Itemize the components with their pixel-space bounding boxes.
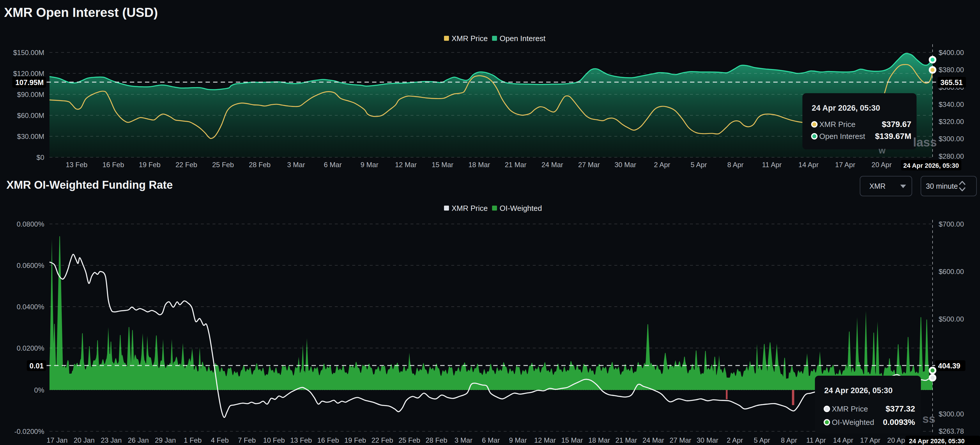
svg-text:29 Jan: 29 Jan [155,436,176,444]
svg-text:2 Apr: 2 Apr [727,436,743,444]
svg-text:0.0093%: 0.0093% [883,418,915,427]
svg-text:24 Apr 2026, 05:30: 24 Apr 2026, 05:30 [903,162,959,169]
svg-text:$320.00: $320.00 [939,118,964,126]
svg-text:6 Mar: 6 Mar [482,436,500,444]
svg-text:20 Apr: 20 Apr [872,161,891,169]
svg-text:18 Mar: 18 Mar [589,436,610,444]
svg-text:107.95M: 107.95M [16,78,44,86]
svg-text:24 Mar: 24 Mar [541,161,563,169]
svg-text:XMR Price: XMR Price [819,120,855,129]
svg-text:27 Mar: 27 Mar [670,436,692,444]
svg-text:5 Apr: 5 Apr [690,161,707,169]
svg-text:22 Feb: 22 Feb [175,161,197,169]
svg-text:XMR Price: XMR Price [452,34,488,43]
svg-text:$120.00M: $120.00M [13,70,44,78]
svg-text:$379.67: $379.67 [882,120,911,129]
svg-text:21 Mar: 21 Mar [505,161,527,169]
svg-text:$280.00: $280.00 [939,152,964,160]
svg-text:15 Mar: 15 Mar [561,436,583,444]
svg-text:0.0600%: 0.0600% [17,262,44,270]
svg-text:XMR Price: XMR Price [452,204,488,212]
svg-text:4 Feb: 4 Feb [211,436,229,444]
svg-text:$150.00M: $150.00M [13,49,44,56]
svg-text:XMR: XMR [869,182,886,190]
svg-text:30 Mar: 30 Mar [615,161,636,169]
svg-text:24 Apr 2026, 05:30: 24 Apr 2026, 05:30 [909,437,964,445]
svg-text:28 Feb: 28 Feb [249,161,271,169]
svg-text:0.0200%: 0.0200% [17,344,44,352]
svg-text:-0.0200%: -0.0200% [14,427,44,435]
svg-text:$700.00: $700.00 [939,220,964,228]
svg-text:16 Feb: 16 Feb [102,161,124,169]
svg-text:19 Feb: 19 Feb [344,436,366,444]
svg-text:lass: lass [913,136,937,149]
svg-text:1 Feb: 1 Feb [184,436,202,444]
svg-text:17 Apr: 17 Apr [835,161,855,169]
svg-text:$300.00: $300.00 [939,135,964,143]
svg-text:3 Mar: 3 Mar [287,161,305,169]
svg-text:Open Interest: Open Interest [819,132,865,141]
svg-text:25 Feb: 25 Feb [399,436,420,444]
svg-text:5 Apr: 5 Apr [754,436,770,444]
svg-text:$500.00: $500.00 [939,315,964,323]
svg-text:17 Jan: 17 Jan [46,436,68,444]
svg-text:Open Interest: Open Interest [500,34,546,43]
svg-text:$400.00: $400.00 [939,49,964,56]
svg-text:23 Jan: 23 Jan [101,436,122,444]
svg-text:8 Apr: 8 Apr [727,161,744,169]
svg-text:9 Mar: 9 Mar [360,161,378,169]
svg-text:2 Apr: 2 Apr [654,161,670,169]
svg-text:10 Feb: 10 Feb [263,436,285,444]
svg-text:XMR Open Interest (USD): XMR Open Interest (USD) [4,5,158,19]
svg-text:24 Apr 2026, 05:30: 24 Apr 2026, 05:30 [824,386,892,395]
svg-text:0.01: 0.01 [29,362,44,370]
svg-text:13 Feb: 13 Feb [66,161,88,169]
svg-text:12 Mar: 12 Mar [534,436,556,444]
svg-text:22 Feb: 22 Feb [372,436,393,444]
svg-text:$30.00M: $30.00M [17,132,44,140]
svg-text:$380.00: $380.00 [939,66,964,74]
svg-text:w: w [878,146,886,155]
svg-text:$60.00M: $60.00M [17,112,44,120]
svg-text:$340.00: $340.00 [939,100,964,108]
svg-text:30 Mar: 30 Mar [697,436,719,444]
svg-text:$139.67M: $139.67M [875,132,911,141]
svg-text:13 Feb: 13 Feb [290,436,312,444]
svg-text:24 Mar: 24 Mar [643,436,664,444]
svg-text:$300.00: $300.00 [939,410,964,418]
svg-text:$377.32: $377.32 [886,404,915,413]
svg-text:0.0400%: 0.0400% [17,303,44,311]
svg-text:6 Mar: 6 Mar [324,161,342,169]
svg-text:30 minute: 30 minute [926,182,958,190]
svg-text:OI-Weighted: OI-Weighted [832,418,874,427]
svg-text:20 Jan: 20 Jan [74,436,95,444]
svg-text:$90.00M: $90.00M [17,91,44,99]
svg-text:24 Apr 2026, 05:30: 24 Apr 2026, 05:30 [812,104,880,112]
svg-text:18 Mar: 18 Mar [468,161,490,169]
svg-text:28 Feb: 28 Feb [426,436,447,444]
svg-text:0.0800%: 0.0800% [17,220,44,228]
svg-text:365.51: 365.51 [940,78,963,86]
svg-text:19 Feb: 19 Feb [139,161,161,169]
svg-text:27 Mar: 27 Mar [578,161,600,169]
svg-text:21 Mar: 21 Mar [616,436,637,444]
svg-text:ss: ss [922,412,935,425]
svg-text:17 Apr: 17 Apr [860,436,880,444]
svg-text:11 Apr: 11 Apr [806,436,826,444]
svg-text:25 Feb: 25 Feb [212,161,234,169]
svg-text:0%: 0% [34,386,44,394]
svg-text:7 Feb: 7 Feb [238,436,256,444]
svg-text:XMR OI-Weighted Funding Rate: XMR OI-Weighted Funding Rate [6,179,173,191]
svg-text:20 Apr: 20 Apr [887,436,907,444]
svg-text:9 Mar: 9 Mar [509,436,527,444]
svg-text:26 Jan: 26 Jan [128,436,149,444]
svg-text:OI-Weighted: OI-Weighted [500,204,542,212]
svg-text:$0: $0 [37,153,44,161]
svg-text:404.39: 404.39 [938,362,960,370]
svg-text:XMR Price: XMR Price [832,405,868,413]
svg-text:16 Feb: 16 Feb [317,436,339,444]
svg-text:11 Apr: 11 Apr [762,161,782,169]
svg-text:15 Mar: 15 Mar [432,161,453,169]
svg-text:$263.78: $263.78 [939,427,964,435]
svg-text:3 Mar: 3 Mar [455,436,472,444]
